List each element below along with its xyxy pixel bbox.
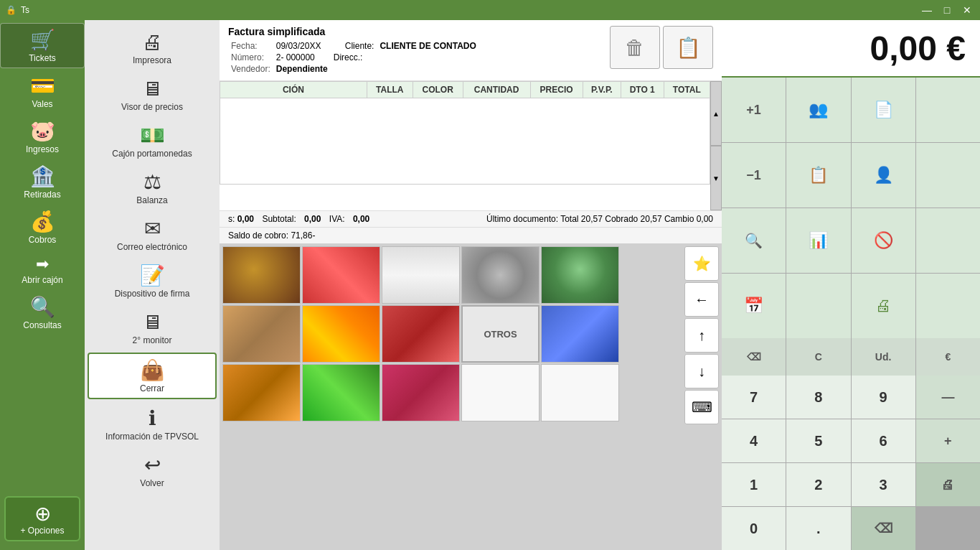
tool-correo-electronico[interactable]: ✉ Correo electrónico xyxy=(88,213,217,256)
ingresos-icon: 🐷 xyxy=(30,119,55,143)
tool-label: 2° monitor xyxy=(133,335,172,345)
num-2-button[interactable]: 2 xyxy=(786,463,850,506)
plus-one-button[interactable]: +1 xyxy=(722,78,786,142)
product-cell[interactable] xyxy=(302,246,380,304)
tool-segundo-monitor[interactable]: 🖥 2° monitor xyxy=(88,306,217,350)
tickets-list-button[interactable]: 📄 xyxy=(852,78,915,142)
balanza-icon: ⚖ xyxy=(143,170,161,194)
product-cell[interactable] xyxy=(222,246,301,304)
new-invoice-button[interactable]: 📋 xyxy=(663,26,713,69)
col-talla: TALLA xyxy=(367,82,413,98)
iva-value: 0,00 xyxy=(353,214,369,224)
euro-button[interactable]: € xyxy=(916,338,980,376)
sidebar-item-vales[interactable]: 💳 Vales xyxy=(0,70,85,113)
product-cell[interactable] xyxy=(541,246,619,304)
sidebar-item-consultas[interactable]: 🔍 Consultas xyxy=(0,291,85,335)
tool-cajon-portamonedas[interactable]: 💵 Cajón portamonedas xyxy=(88,119,217,163)
direcc-value xyxy=(377,52,479,63)
backspace-label: ⌫ xyxy=(747,351,761,363)
tool-visor-precios[interactable]: 🖥 Visor de precios xyxy=(88,73,217,116)
product-row-2: OTROS xyxy=(222,305,683,363)
product-cell[interactable] xyxy=(382,246,460,304)
minimize-button[interactable]: — xyxy=(920,4,934,16)
scroll-down-button[interactable]: ▼ xyxy=(710,146,722,210)
num-4-button[interactable]: 4 xyxy=(722,419,786,462)
product-cell[interactable] xyxy=(222,364,301,421)
delete-icon: 🗑 xyxy=(625,36,645,60)
plus-button[interactable]: + xyxy=(916,419,980,462)
num-7-label: 7 xyxy=(750,389,758,406)
tool-balanza[interactable]: ⚖ Balanza xyxy=(88,166,217,210)
backspace-button[interactable]: ⌫ xyxy=(722,338,786,376)
maximize-button[interactable]: □ xyxy=(940,4,954,16)
num-6-button[interactable]: 6 xyxy=(852,419,915,462)
otros-label: OTROS xyxy=(484,329,517,340)
total-value: 0,00 € xyxy=(870,29,966,68)
product-cell[interactable] xyxy=(382,364,460,421)
product-cell[interactable] xyxy=(461,246,540,304)
tool-volver[interactable]: ↩ Volver xyxy=(88,449,217,493)
num-9-button[interactable]: 9 xyxy=(852,376,915,419)
units-button[interactable]: Ud. xyxy=(852,338,915,376)
product-cell[interactable] xyxy=(382,305,460,363)
num-1-button[interactable]: 1 xyxy=(722,463,786,506)
action-empty-1 xyxy=(916,78,980,142)
product-cell[interactable] xyxy=(461,364,540,421)
title-bar: 🔒 Ts — □ ✕ xyxy=(0,0,980,20)
tool-informacion[interactable]: ℹ Información de TPVSOL xyxy=(88,402,217,446)
num-3-button[interactable]: 3 xyxy=(852,463,915,506)
del-back-button[interactable]: ⌫ xyxy=(852,507,915,550)
clear-button[interactable]: C xyxy=(786,338,850,376)
client-button[interactable]: 👥 xyxy=(786,78,850,142)
up-button[interactable]: ↑ xyxy=(684,318,719,353)
product-img xyxy=(382,306,459,362)
main-container: 🛒 Tickets 💳 Vales 🐷 Ingresos 🏦 Retiradas… xyxy=(0,20,980,550)
product-cell[interactable] xyxy=(541,305,619,363)
decimal-button[interactable]: . xyxy=(786,507,850,550)
num-7-button[interactable]: 7 xyxy=(722,376,786,419)
product-cell[interactable] xyxy=(302,305,380,363)
sidebar-item-ingresos[interactable]: 🐷 Ingresos xyxy=(0,115,85,159)
client2-button[interactable]: 👤 xyxy=(852,143,915,208)
product-otros[interactable]: OTROS xyxy=(461,305,540,363)
sidebar-item-tickets[interactable]: 🛒 Tickets xyxy=(0,23,85,68)
add-line-button[interactable]: 📊 xyxy=(786,208,850,273)
minus-one-button[interactable]: −1 xyxy=(722,143,786,208)
copy-doc-button[interactable]: 📋 xyxy=(786,143,850,208)
sidebar-item-abrir-cajon[interactable]: ➡ Abrir cajón xyxy=(0,251,85,289)
sidebar-item-label: Ingresos xyxy=(26,144,59,154)
num-2-label: 2 xyxy=(814,477,822,493)
sidebar-item-cobros[interactable]: 💰 Cobros xyxy=(0,205,85,249)
minus-button[interactable]: — xyxy=(916,376,980,419)
calendar-button[interactable]: 📅 xyxy=(722,274,786,338)
tool-cerrar[interactable]: 👜 Cerrar xyxy=(88,353,217,399)
keyboard-button[interactable]: ⌨ xyxy=(684,390,719,424)
impresora-icon: 🖨 xyxy=(142,30,162,54)
plus-options-button[interactable]: ⊕ + Opciones xyxy=(4,496,80,541)
numero-value: 2- 000000 xyxy=(273,52,331,63)
invoice-table: CIÓN TALLA COLOR CANTIDAD PRECIO P.V.P. … xyxy=(220,81,710,185)
ticket-print-button[interactable]: 🖨 xyxy=(916,463,980,506)
down-button[interactable]: ↓ xyxy=(684,354,719,388)
tool-dispositivo-firma[interactable]: 📝 Dispositivo de firma xyxy=(88,259,217,303)
minus-label: — xyxy=(941,390,954,405)
sidebar-item-retiradas[interactable]: 🏦 Retiradas xyxy=(0,160,85,204)
product-cell[interactable] xyxy=(302,364,380,421)
delete-invoice-button[interactable]: 🗑 xyxy=(610,26,660,69)
decimal-label: . xyxy=(816,521,821,537)
tool-impresora[interactable]: 🖨 Impresora xyxy=(88,26,217,70)
product-cell[interactable] xyxy=(222,305,301,363)
num-0-button[interactable]: 0 xyxy=(722,507,786,550)
back-button[interactable]: ← xyxy=(684,282,719,317)
close-button[interactable]: ✕ xyxy=(960,4,974,16)
total-display: 0,00 € xyxy=(722,20,980,78)
product-cell[interactable] xyxy=(541,364,619,421)
scroll-up-button[interactable]: ▲ xyxy=(710,81,722,146)
cancel-line-button[interactable]: 🚫 xyxy=(852,208,915,273)
printer-ticket-button[interactable]: 🖨 xyxy=(852,274,915,338)
search-ticket-button[interactable]: 🔍 xyxy=(722,208,786,273)
favorites-button[interactable]: ⭐ xyxy=(684,246,719,281)
num-5-button[interactable]: 5 xyxy=(786,419,850,462)
iva-label: IVA: xyxy=(329,214,345,224)
num-8-button[interactable]: 8 xyxy=(786,376,850,419)
